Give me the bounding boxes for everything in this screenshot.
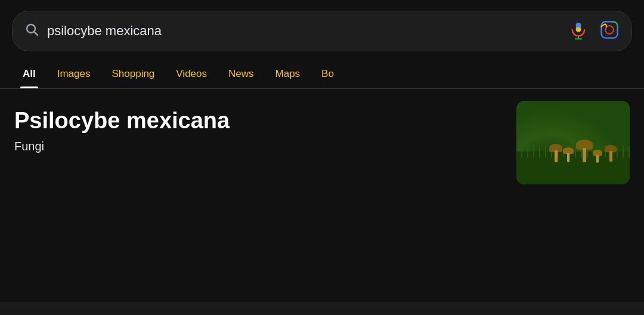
tabs-container: All Images Shopping Videos News Maps Bo: [0, 60, 644, 89]
tab-all[interactable]: All: [12, 60, 47, 88]
svg-rect-6: [576, 23, 581, 27]
svg-rect-7: [576, 27, 581, 32]
tab-videos[interactable]: Videos: [165, 60, 218, 88]
search-bar[interactable]: psilocybe mexicana: [12, 11, 632, 51]
result-title: Psilocybe mexicana: [14, 108, 599, 134]
mic-icon[interactable]: [568, 20, 589, 42]
bottom-bar: [0, 302, 644, 315]
tab-shopping[interactable]: Shopping: [101, 60, 165, 88]
tab-books[interactable]: Bo: [311, 60, 345, 88]
lens-icon[interactable]: [599, 20, 620, 42]
result-image[interactable]: [516, 101, 630, 184]
tab-images[interactable]: Images: [47, 60, 101, 88]
content-area: Psilocybe mexicana ⋮ Fungi: [0, 89, 644, 165]
tab-news[interactable]: News: [218, 60, 265, 88]
svg-line-1: [35, 32, 38, 36]
tab-maps[interactable]: Maps: [265, 60, 311, 88]
search-input[interactable]: psilocybe mexicana: [47, 23, 556, 39]
search-icon: [24, 22, 39, 40]
search-bar-container: psilocybe mexicana: [0, 0, 644, 60]
